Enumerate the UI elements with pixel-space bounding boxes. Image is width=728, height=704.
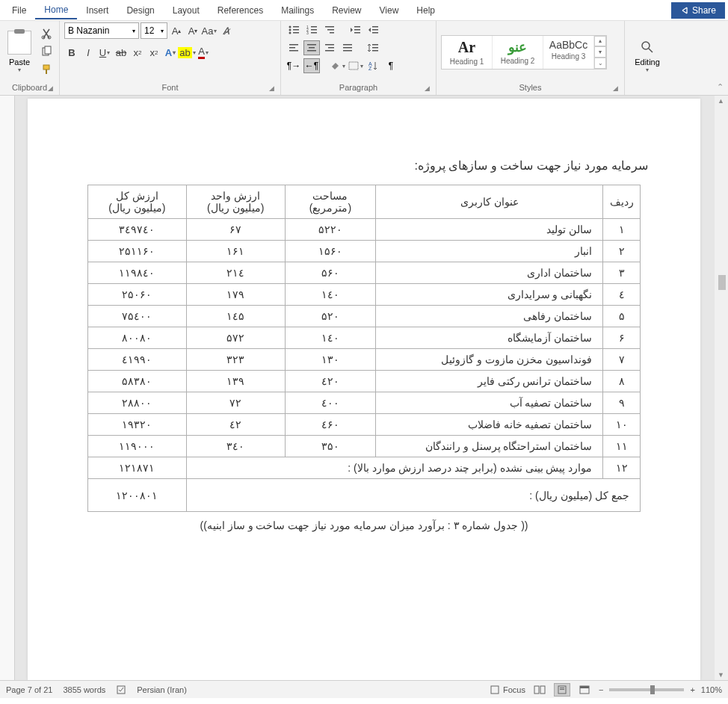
strikethrough-button[interactable]: ab	[114, 45, 129, 60]
clipboard-launcher[interactable]: ◢	[48, 84, 53, 92]
superscript-button[interactable]: x2	[146, 45, 161, 60]
align-left-button[interactable]	[286, 40, 302, 55]
show-marks-button[interactable]: ¶	[383, 58, 399, 73]
web-layout-button[interactable]	[576, 683, 593, 697]
share-button[interactable]: Share	[671, 2, 725, 19]
status-words[interactable]: 3855 words	[63, 685, 105, 694]
align-center-button[interactable]	[303, 40, 320, 55]
svg-rect-47	[491, 686, 499, 694]
focus-icon	[490, 685, 500, 695]
gallery-up[interactable]: ▴	[594, 36, 606, 47]
sort-button[interactable]: AZ	[365, 58, 381, 73]
svg-rect-22	[354, 29, 360, 31]
subscript-button[interactable]: x2	[130, 45, 145, 60]
editing-button[interactable]: Editing ▾	[629, 40, 665, 73]
change-case-button[interactable]: Aa▾	[202, 23, 217, 38]
text-effects-button[interactable]: A▾	[163, 45, 178, 60]
gallery-more[interactable]: ⌄	[594, 58, 606, 69]
multilevel-list-button[interactable]	[321, 22, 338, 37]
styles-launcher[interactable]: ◢	[613, 84, 618, 92]
svg-rect-5	[46, 70, 47, 74]
font-name-value: B Nazanin	[68, 25, 109, 36]
doc-caption: (( جدول شماره ۳ : برآورد میزان سرمایه مو…	[65, 519, 663, 531]
increase-indent-button[interactable]	[365, 22, 381, 37]
zoom-out-button[interactable]: −	[599, 685, 603, 694]
align-right-button[interactable]	[321, 40, 338, 55]
style-label-2: Heading 2	[496, 57, 540, 65]
document-page[interactable]: سرمایه مورد نیاز جهت ساخت و سازهای پروژه…	[28, 99, 700, 680]
group-styles: Ar Heading 1 ﻋﻨﻮ Heading 2 AaBbCc Headin…	[437, 21, 625, 95]
styles-gallery[interactable]: Ar Heading 1 ﻋﻨﻮ Heading 2 AaBbCc Headin…	[441, 35, 607, 70]
shading-button[interactable]: ▾	[329, 58, 345, 73]
italic-button[interactable]: I	[81, 45, 96, 60]
svg-rect-23	[354, 32, 360, 34]
borders-button[interactable]: ▾	[347, 58, 363, 73]
svg-rect-18	[325, 26, 334, 28]
svg-rect-25	[372, 29, 378, 31]
rtl-button[interactable]: ←¶	[303, 58, 320, 73]
justify-button[interactable]	[339, 40, 356, 55]
scroll-thumb[interactable]	[718, 275, 726, 290]
highlight-button[interactable]: ab▾	[179, 45, 194, 60]
grow-font-button[interactable]: A▴	[169, 23, 184, 38]
svg-rect-48	[534, 686, 539, 694]
shrink-font-button[interactable]: A▾	[185, 23, 200, 38]
ltr-button[interactable]: ¶→	[286, 58, 302, 73]
decrease-indent-button[interactable]	[347, 22, 363, 37]
style-preview-1: Ar	[445, 39, 489, 56]
gallery-down[interactable]: ▾	[594, 46, 606, 58]
svg-rect-30	[307, 44, 316, 46]
menu-references[interactable]: References	[209, 2, 272, 19]
zoom-slider[interactable]	[609, 688, 684, 691]
share-icon	[680, 6, 689, 15]
font-launcher[interactable]: ◢	[269, 84, 274, 92]
svg-rect-38	[343, 50, 352, 52]
svg-rect-35	[325, 50, 334, 52]
menu-home[interactable]: Home	[35, 1, 77, 19]
svg-rect-36	[343, 44, 352, 46]
font-name-select[interactable]: B Nazanin▾	[64, 22, 139, 39]
menu-file[interactable]: File	[3, 2, 35, 19]
svg-rect-51	[560, 688, 564, 688]
th-title: عنوان کاربری	[376, 185, 603, 219]
cut-button[interactable]	[40, 28, 54, 41]
table-row: ٤نگهبانی و سرایداری۱٤۰۱۷۹۲۵۰۶۰	[88, 284, 641, 306]
zoom-in-button[interactable]: +	[690, 685, 694, 694]
font-size-select[interactable]: 12▾	[141, 22, 167, 39]
status-language[interactable]: Persian (Iran)	[137, 685, 187, 694]
svg-text:3: 3	[306, 31, 309, 35]
menu-view[interactable]: View	[371, 2, 408, 19]
menu-review[interactable]: Review	[323, 2, 370, 19]
focus-mode-button[interactable]: Focus	[490, 685, 525, 695]
format-painter-button[interactable]	[40, 64, 54, 77]
zoom-level[interactable]: 110%	[701, 685, 722, 694]
status-page[interactable]: Page 7 of 21	[6, 685, 52, 694]
menu-insert[interactable]: Insert	[77, 2, 117, 19]
paste-label: Paste	[9, 58, 30, 67]
clear-formatting-button[interactable]: A̷	[218, 23, 233, 38]
menu-mailings[interactable]: Mailings	[272, 2, 323, 19]
font-color-button[interactable]: A▾	[196, 45, 211, 60]
svg-rect-41	[372, 50, 378, 52]
style-heading3[interactable]: AaBbCc Heading 3	[543, 36, 594, 69]
copy-button[interactable]	[40, 46, 54, 59]
vertical-scrollbar[interactable]	[715, 96, 728, 680]
styles-group-label: Styles	[519, 83, 542, 92]
collapse-ribbon-button[interactable]: ⌃	[717, 82, 724, 92]
bullets-button[interactable]	[286, 22, 302, 37]
bold-button[interactable]: B	[64, 45, 79, 60]
status-proofing-icon[interactable]	[116, 685, 126, 695]
share-label: Share	[692, 5, 716, 16]
menu-design[interactable]: Design	[117, 2, 163, 19]
print-layout-button[interactable]	[554, 683, 570, 697]
read-mode-button[interactable]	[531, 683, 548, 697]
paste-button[interactable]: Paste ▾	[4, 31, 34, 73]
style-heading1[interactable]: Ar Heading 1	[442, 36, 493, 69]
menu-help[interactable]: Help	[407, 2, 444, 19]
paragraph-launcher[interactable]: ◢	[425, 84, 430, 92]
numbering-button[interactable]: 123	[303, 22, 320, 37]
underline-button[interactable]: U▾	[97, 45, 112, 60]
menu-layout[interactable]: Layout	[164, 2, 209, 19]
line-spacing-button[interactable]	[365, 40, 381, 55]
style-heading2[interactable]: ﻋﻨﻮ Heading 2	[493, 36, 543, 69]
